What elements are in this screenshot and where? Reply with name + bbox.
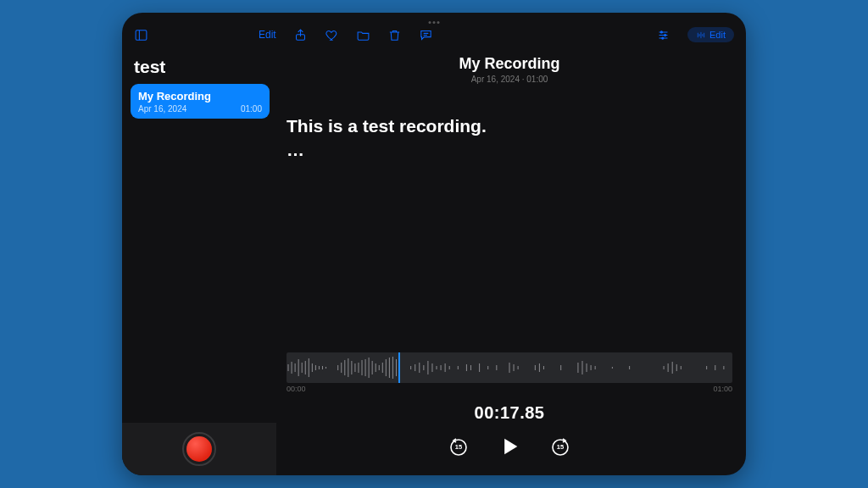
- waveform-scrubber[interactable]: [287, 352, 732, 383]
- recording-list-item[interactable]: My Recording Apr 16, 2024 01:00: [131, 84, 270, 119]
- detail-subtitle: Apr 16, 2024 · 01:00: [287, 75, 732, 84]
- playback-controls: 15 15: [287, 435, 732, 458]
- recording-duration: 01:00: [241, 104, 262, 114]
- record-icon: [186, 436, 212, 462]
- svg-rect-0: [136, 30, 147, 39]
- transcript-button[interactable]: [419, 28, 433, 42]
- time-end-label: 01:00: [713, 385, 732, 393]
- skip-back-button[interactable]: 15: [448, 436, 469, 457]
- recording-name: My Recording: [138, 90, 262, 103]
- transcript-text: This is a test recording. …: [287, 114, 732, 163]
- record-button[interactable]: [182, 432, 216, 466]
- play-button[interactable]: [498, 435, 521, 458]
- current-time: 00:17.85: [287, 403, 732, 423]
- app-window: Edit Edit test My Recording A: [122, 13, 746, 475]
- edit-list-button[interactable]: Edit: [259, 29, 276, 41]
- playhead-indicator[interactable]: [398, 352, 400, 383]
- transcript-line: …: [287, 138, 732, 162]
- detail-panel: My Recording Apr 16, 2024 · 01:00 This i…: [276, 52, 746, 475]
- delete-button[interactable]: [387, 28, 402, 42]
- sidebar-title: test: [131, 52, 270, 84]
- edit-recording-button[interactable]: Edit: [687, 27, 734, 42]
- waveform-icon: [287, 352, 732, 383]
- waveform-section: 00:00 01:00 00:17.85 15 15: [287, 352, 732, 465]
- svg-point-10: [662, 36, 664, 38]
- multitask-indicator-icon[interactable]: [429, 21, 440, 24]
- favorite-button[interactable]: [325, 28, 339, 42]
- svg-point-8: [660, 30, 662, 32]
- play-icon: [498, 435, 521, 458]
- options-button[interactable]: [656, 28, 670, 42]
- folder-button[interactable]: [356, 28, 370, 42]
- transcript-line: This is a test recording.: [287, 114, 732, 138]
- svg-point-9: [665, 34, 666, 36]
- time-ruler: 00:00 01:00: [287, 385, 732, 393]
- sidebar-toggle-button[interactable]: [134, 28, 148, 42]
- sidebar: test My Recording Apr 16, 2024 01:00: [122, 52, 276, 475]
- edit-recording-label: Edit: [709, 30, 726, 40]
- record-dock: [122, 423, 276, 475]
- content-area: test My Recording Apr 16, 2024 01:00 My …: [122, 52, 746, 475]
- skip-forward-button[interactable]: 15: [550, 436, 570, 457]
- detail-title: My Recording: [287, 55, 732, 73]
- time-start-label: 00:00: [287, 385, 306, 393]
- skip-seconds-label: 15: [557, 443, 564, 451]
- skip-seconds-label: 15: [455, 443, 462, 451]
- share-button[interactable]: [293, 28, 308, 42]
